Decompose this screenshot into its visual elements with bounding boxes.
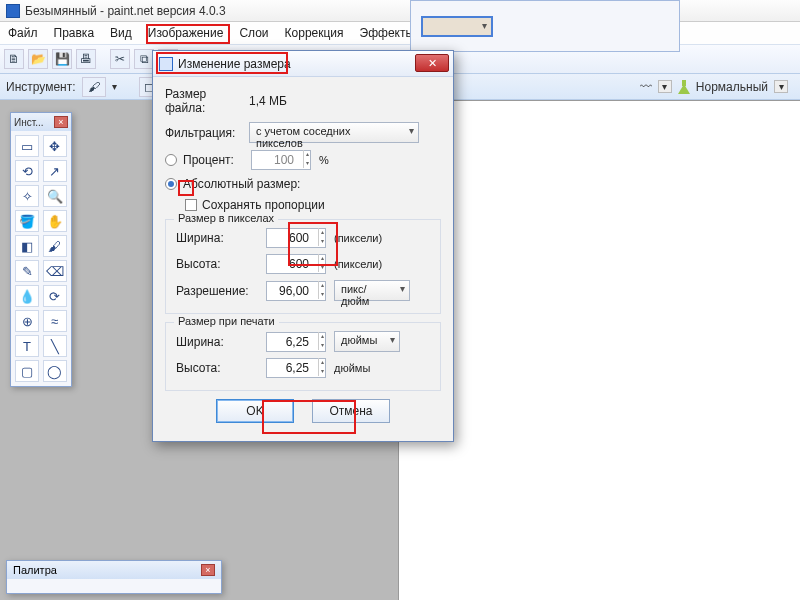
menu-adjust[interactable]: Коррекция [277, 23, 352, 43]
print-icon[interactable]: 🖶 [76, 49, 96, 69]
mode-drop-icon[interactable]: ▾ [774, 80, 788, 93]
app-window: Безымянный - paint.net версия 4.0.3 Файл… [0, 0, 800, 600]
dropdown-icon[interactable]: ▾ [112, 81, 117, 92]
blend-mode[interactable]: Нормальный [696, 80, 768, 94]
height-unit: (пиксели) [334, 258, 382, 270]
resolution-label: Разрешение: [176, 284, 266, 298]
tool-ellipse[interactable]: ◯ [43, 360, 67, 382]
tool-grid: ▭ ✥ ⟲ ↗ ✧ 🔍 🪣 ✋ ◧ 🖌 ✎ ⌫ 💧 ⟳ ⊕ ≈ T ╲ ▢ ◯ [11, 131, 71, 386]
curve-icon[interactable]: 〰 [640, 80, 652, 94]
print-width-unit[interactable]: дюймы [334, 331, 400, 352]
print-height-label: Высота: [176, 361, 266, 375]
close-icon[interactable]: × [201, 564, 215, 576]
keep-aspect-label: Сохранять пропорции [202, 198, 325, 212]
image-thumbnails [410, 0, 680, 52]
menu-edit[interactable]: Правка [46, 23, 103, 43]
percent-radio[interactable] [165, 154, 177, 166]
app-title: Безымянный - paint.net версия 4.0.3 [25, 4, 226, 18]
filesize-label: Размер файла: [165, 87, 249, 115]
print-size-group: Размер при печати Ширина: 6,25 дюймы Выс… [165, 322, 441, 391]
tool-rect[interactable]: ▢ [15, 360, 39, 382]
print-height-input[interactable]: 6,25 [266, 358, 326, 378]
menu-view[interactable]: Вид [102, 23, 140, 43]
copy-icon[interactable]: ⧉ [134, 49, 154, 69]
pixel-size-group: Размер в пикселах Ширина: 600 (пиксели) … [165, 219, 441, 314]
tool-brush[interactable]: 🖌 [43, 235, 67, 257]
titlebar: Безымянный - paint.net версия 4.0.3 [0, 0, 800, 22]
print-height-unit: дюймы [334, 362, 370, 374]
tool-fill[interactable]: 🪣 [15, 210, 39, 232]
width-label: Ширина: [176, 231, 266, 245]
tool-move[interactable]: ✥ [43, 135, 67, 157]
menu-image[interactable]: Изображение [140, 23, 232, 43]
tool-smudge[interactable]: ≈ [43, 310, 67, 332]
thumbnail-1[interactable] [421, 16, 493, 37]
percent-unit: % [319, 154, 329, 166]
height-label: Высота: [176, 257, 266, 271]
width-input[interactable]: 600 [266, 228, 326, 248]
cancel-button[interactable]: Отмена [312, 399, 390, 423]
absolute-radio[interactable] [165, 178, 177, 190]
canvas[interactable] [398, 100, 800, 600]
tool-select-rect[interactable]: ▭ [15, 135, 39, 157]
dialog-body: Размер файла: 1,4 МБ Фильтрация: с учето… [153, 77, 453, 441]
brush-tool-icon[interactable]: 🖌 [82, 77, 106, 97]
tool-clone[interactable]: ⊕ [15, 310, 39, 332]
close-icon[interactable]: × [54, 116, 68, 128]
filesize-value: 1,4 МБ [249, 94, 287, 108]
app-icon [6, 4, 20, 18]
tools-title[interactable]: Инст... × [11, 113, 71, 131]
cut-icon[interactable]: ✂ [110, 49, 130, 69]
tool-zoom[interactable]: 🔍 [43, 185, 67, 207]
tool-move-sel[interactable]: ↗ [43, 160, 67, 182]
close-icon[interactable]: ✕ [415, 54, 449, 72]
menu-bar: Файл Правка Вид Изображение Слои Коррекц… [0, 22, 800, 44]
save-icon[interactable]: 💾 [52, 49, 72, 69]
menu-layers[interactable]: Слои [231, 23, 276, 43]
percent-label: Процент: [183, 153, 251, 167]
keep-aspect-checkbox[interactable] [185, 199, 197, 211]
palette-window[interactable]: Палитра × [6, 560, 222, 594]
tool-hand[interactable]: ✋ [43, 210, 67, 232]
new-icon[interactable]: 🗎 [4, 49, 24, 69]
curve-drop-icon[interactable]: ▾ [658, 80, 672, 93]
print-width-input[interactable]: 6,25 [266, 332, 326, 352]
flask-icon [678, 80, 690, 94]
tool-recolor[interactable]: ⟳ [43, 285, 67, 307]
percent-input[interactable]: 100 [251, 150, 311, 170]
tool-picker[interactable]: 💧 [15, 285, 39, 307]
resolution-input[interactable]: 96,00 [266, 281, 326, 301]
open-icon[interactable]: 📂 [28, 49, 48, 69]
menu-file[interactable]: Файл [0, 23, 46, 43]
tool-gradient[interactable]: ◧ [15, 235, 39, 257]
resolution-unit-select[interactable]: пикс/дюйм [334, 280, 410, 301]
dialog-title: Изменение размера [178, 57, 291, 71]
tool-line[interactable]: ╲ [43, 335, 67, 357]
resize-icon [159, 57, 173, 71]
ok-button[interactable]: OK [216, 399, 294, 423]
tool-pencil[interactable]: ✎ [15, 260, 39, 282]
absolute-label: Абсолютный размер: [183, 177, 300, 191]
filter-label: Фильтрация: [165, 126, 249, 140]
tool-wand[interactable]: ✧ [15, 185, 39, 207]
resize-dialog: Изменение размера ✕ Размер файла: 1,4 МБ… [152, 50, 454, 442]
dialog-titlebar[interactable]: Изменение размера ✕ [153, 51, 453, 77]
print-width-label: Ширина: [176, 335, 266, 349]
tool-eraser[interactable]: ⌫ [43, 260, 67, 282]
tool-lasso[interactable]: ⟲ [15, 160, 39, 182]
tools-window[interactable]: Инст... × ▭ ✥ ⟲ ↗ ✧ 🔍 🪣 ✋ ◧ 🖌 ✎ ⌫ 💧 ⟳ ⊕ … [10, 112, 72, 387]
tool-text[interactable]: T [15, 335, 39, 357]
strip-label: Инструмент: [6, 80, 76, 94]
width-unit: (пиксели) [334, 232, 382, 244]
height-input[interactable]: 600 [266, 254, 326, 274]
filter-select[interactable]: с учетом соседних пикселов [249, 122, 419, 143]
palette-title: Палитра [13, 564, 57, 576]
